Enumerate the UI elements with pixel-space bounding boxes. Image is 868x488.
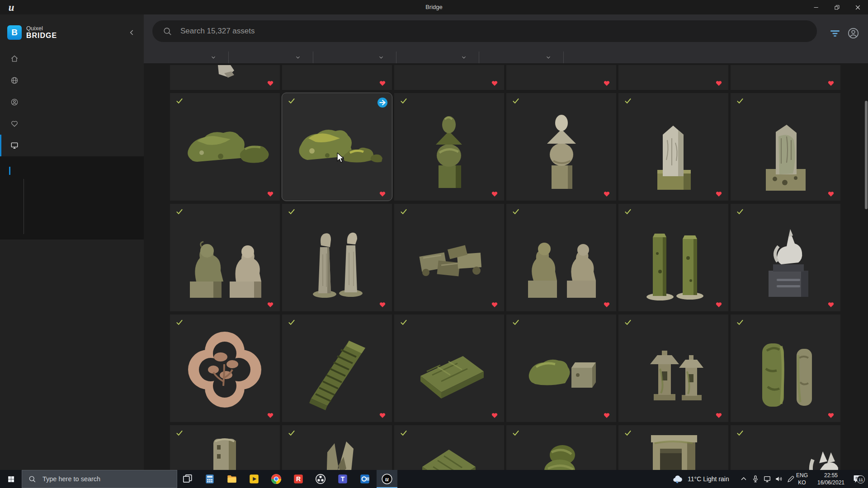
filter-dropdown-all-sizes[interactable] <box>229 52 313 63</box>
asset-card-stone-monument-white[interactable] <box>618 93 728 201</box>
asset-card-stone-lantern-pair[interactable] <box>618 314 728 422</box>
favorite-heart-icon[interactable] <box>378 411 387 419</box>
minimize-button[interactable] <box>806 0 826 14</box>
asset-card-lion-statue-pair-side[interactable] <box>506 204 616 311</box>
asset-card-carved-pillar-pair[interactable] <box>282 204 392 311</box>
favorite-heart-icon[interactable] <box>603 411 611 419</box>
taskbar-app-media-player[interactable] <box>244 470 264 488</box>
restore-button[interactable] <box>826 0 847 14</box>
favorite-heart-icon[interactable] <box>266 79 274 87</box>
taskbar-search-box[interactable] <box>22 470 177 488</box>
search-input[interactable] <box>179 26 769 36</box>
sidebar-collapse-button[interactable] <box>127 28 137 37</box>
sidebar-item-metahumans[interactable] <box>0 91 144 113</box>
favorite-heart-icon[interactable] <box>491 300 499 309</box>
favorite-heart-icon[interactable] <box>715 411 723 419</box>
weather-widget[interactable]: 11°C Light rain <box>688 470 729 488</box>
favorite-heart-icon[interactable] <box>378 79 387 87</box>
start-button[interactable] <box>0 470 22 488</box>
asset-card-mossy-standing-stones[interactable] <box>731 314 840 422</box>
sidebar-item-favorites[interactable] <box>0 113 144 135</box>
favorite-heart-icon[interactable] <box>266 190 274 198</box>
sidebar-item-local[interactable] <box>0 135 144 156</box>
asset-card-lion-statue-pair[interactable] <box>170 204 280 311</box>
asset-card-mossy-pillar-pair[interactable] <box>618 204 728 311</box>
favorite-heart-icon[interactable] <box>266 411 274 419</box>
favorite-heart-icon[interactable] <box>491 190 499 198</box>
tray-network-display-icon[interactable] <box>761 470 773 488</box>
sidebar-item-home[interactable] <box>0 48 144 70</box>
taskbar-app-task-view[interactable] <box>177 470 198 488</box>
close-button[interactable] <box>847 0 868 14</box>
asset-card-fox-statue-partial[interactable] <box>731 425 840 470</box>
taskbar-app-calculator[interactable] <box>199 470 220 488</box>
clock[interactable]: 22:5516/06/2021 <box>813 472 849 486</box>
filter-dropdown-all-environments[interactable] <box>396 52 479 63</box>
asset-card-fox-statue[interactable] <box>731 204 840 311</box>
taskbar-app-obs-studio[interactable] <box>310 470 331 488</box>
tree-item-megascans[interactable] <box>0 164 144 178</box>
tree-item-surfaces[interactable] <box>0 192 144 207</box>
taskbar-app-file-explorer[interactable] <box>222 470 242 488</box>
asset-card-stone-monument-weathered[interactable] <box>731 93 840 201</box>
favorite-heart-icon[interactable] <box>715 300 723 309</box>
favorite-heart-icon[interactable] <box>491 79 499 87</box>
asset-card-empty[interactable] <box>506 65 616 90</box>
favorite-heart-icon[interactable] <box>827 79 835 87</box>
taskbar-app-r-app[interactable]: R <box>288 470 309 488</box>
asset-card-stone-door-frame[interactable] <box>618 425 728 470</box>
taskbar-search-input[interactable] <box>42 475 170 483</box>
favorite-heart-icon[interactable] <box>715 79 723 87</box>
favorite-heart-icon[interactable] <box>378 300 387 309</box>
tree-item-metahumans[interactable] <box>0 221 144 236</box>
asset-card-flat-slab-corner[interactable] <box>394 425 504 470</box>
asset-card-mossy-spiral-rock[interactable] <box>506 425 616 470</box>
asset-card-stone-slab-top[interactable] <box>170 425 280 470</box>
asset-card-stone-rubble[interactable] <box>394 204 504 311</box>
asset-card-empty[interactable] <box>282 65 392 90</box>
asset-card-mossy-stupa-dark[interactable] <box>394 93 504 201</box>
favorite-heart-icon[interactable] <box>603 79 611 87</box>
filter-dropdown-all-colors[interactable] <box>479 52 564 63</box>
asset-search-bar[interactable] <box>152 20 817 42</box>
asset-card-mossy-rock-pair[interactable] <box>170 93 280 201</box>
favorite-heart-icon[interactable] <box>827 190 835 198</box>
asset-card-mossy-stone-platform[interactable] <box>394 314 504 422</box>
sidebar-item-collections[interactable] <box>0 70 144 91</box>
favorite-heart-icon[interactable] <box>715 190 723 198</box>
taskbar-app-teams[interactable]: T <box>332 470 353 488</box>
tray-volume-icon[interactable] <box>773 470 785 488</box>
asset-card-mossy-rock-and-block[interactable] <box>506 314 616 422</box>
taskbar-app-chrome[interactable] <box>266 470 287 488</box>
asset-card-broken-stone-top[interactable] <box>282 425 392 470</box>
asset-card-mossy-staircase[interactable] <box>282 314 392 422</box>
favorite-heart-icon[interactable] <box>603 190 611 198</box>
filter-dropdown-all-states[interactable] <box>313 52 396 63</box>
filter-funnel-icon[interactable] <box>829 27 841 39</box>
export-arrow-button[interactable] <box>377 98 387 108</box>
tray-pen-icon[interactable] <box>785 470 797 488</box>
favorite-heart-icon[interactable] <box>266 300 274 309</box>
user-account-icon[interactable] <box>847 27 859 39</box>
tree-item-decals[interactable] <box>0 207 144 221</box>
filter-dropdown-all-types[interactable] <box>150 52 229 63</box>
favorite-heart-icon[interactable] <box>827 300 835 309</box>
favorite-heart-icon[interactable] <box>378 190 387 198</box>
asset-card-stone-stupa[interactable] <box>506 93 616 201</box>
asset-card-mossy-rock-cluster[interactable] <box>282 93 392 201</box>
tray-microphone-icon[interactable] <box>750 470 761 488</box>
taskbar-app-unreal-engine[interactable]: u <box>377 470 397 488</box>
favorite-heart-icon[interactable] <box>491 411 499 419</box>
asset-card-stone-fragment-bottom[interactable] <box>170 65 280 90</box>
favorite-heart-icon[interactable] <box>827 411 835 419</box>
asset-card-empty[interactable] <box>618 65 728 90</box>
taskbar-app-outlook[interactable] <box>354 470 375 488</box>
asset-card-empty[interactable] <box>394 65 504 90</box>
favorite-heart-icon[interactable] <box>603 300 611 309</box>
tree-item-3d-assets[interactable] <box>0 178 144 192</box>
notification-center-button[interactable]: 11 <box>849 470 866 488</box>
scrollbar-thumb[interactable] <box>865 101 868 209</box>
asset-card-empty[interactable] <box>731 65 840 90</box>
asset-card-carved-quatrefoil-panel[interactable] <box>170 314 280 422</box>
tray-chevron-up-icon[interactable] <box>738 470 750 488</box>
